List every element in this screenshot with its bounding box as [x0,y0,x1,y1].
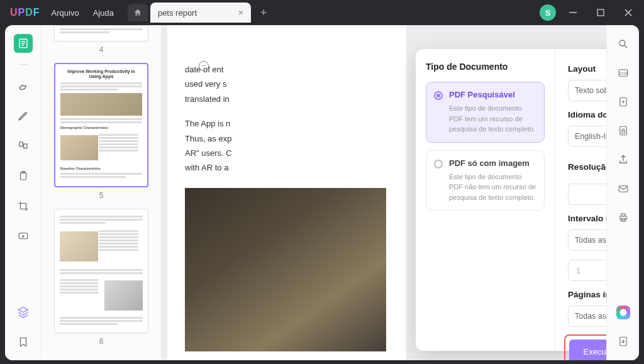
ai-assistant-icon[interactable] [616,305,631,320]
collapse-icon[interactable]: − [199,61,209,71]
compress-icon[interactable] [616,94,631,109]
doc-text: AR" users. C [185,146,389,160]
svg-rect-16 [619,216,626,220]
svg-point-9 [619,40,625,46]
export-icon[interactable] [616,334,631,349]
doc-image [185,188,386,351]
tab-label: pets report [158,8,197,18]
doc-text: translated in [185,92,389,106]
doc-text: The App is n [185,116,389,131]
app-logo: UPDF [10,7,40,18]
input-value: 1 [576,266,580,275]
slideshow-icon[interactable] [14,227,33,246]
radio-icon [434,160,443,168]
divider [19,64,28,65]
protect-icon[interactable] [616,123,631,138]
run-ocr-button[interactable]: Executar OCR [569,339,606,360]
ocr-panel: Tipo de Documento PDF Pesquisável Este t… [416,49,606,351]
doc-text: with AR to a [185,160,389,175]
doc-text: date of ent [185,62,389,77]
new-tab-button[interactable]: + [255,4,272,21]
reader-icon[interactable] [14,34,33,53]
page-thumbnail[interactable] [54,209,148,333]
doc-type-desc: Este tipo de documento PDF tem um recurs… [449,103,536,135]
doc-type-title: PDF Pesquisável [449,90,536,99]
doc-type-image-only[interactable]: PDF só com imagem Este tipo de documento… [426,150,545,211]
svg-rect-3 [19,142,23,146]
page-thumbnail[interactable] [54,25,148,41]
thumb-title: Improve Working Productivity In Using Ap… [60,69,142,80]
svg-rect-15 [619,186,628,192]
range-from-input[interactable]: 1 ▲▼ [568,260,606,281]
crop-icon[interactable] [14,197,33,216]
share-icon[interactable] [616,152,631,167]
layout-select[interactable]: Texto sobre a imagem da página ▾ [568,80,606,101]
radio-icon [434,91,443,100]
document-page: − date of ent used very s translated in … [167,25,406,360]
user-avatar[interactable]: S [540,4,556,21]
page-range-select[interactable]: Todas as páginas ▾ [568,229,606,251]
document-canvas[interactable]: − date of ent used very s translated in … [161,25,606,360]
doc-text: Thus, as exp [185,131,389,146]
window-minimize[interactable] [562,4,584,21]
highlight-annotation: Executar OCR Cancelar [564,334,606,360]
thumb-page-number: 4 [54,45,148,54]
menu-file[interactable]: Arquivo [52,8,79,18]
layout-label: Layout [568,64,606,74]
svg-rect-17 [621,214,625,216]
clipboard-icon[interactable] [14,167,33,185]
svg-text:OCR: OCR [619,72,628,75]
ocr-icon[interactable]: OCR [616,65,631,80]
select-value: English-Inglês,Portuguese-Português [575,132,606,141]
select-value: Todas as páginas no intervalo [575,312,606,321]
tab-close-icon[interactable]: × [238,8,243,18]
highlight-icon[interactable] [14,76,33,95]
select-value: Texto sobre a imagem da página [575,86,606,95]
ocr-settings-section: ? Layout Texto sobre a imagem da página … [555,49,606,351]
doc-type-title: PDF só com imagem [449,158,536,168]
search-icon[interactable] [616,36,631,52]
layers-icon[interactable] [14,302,33,321]
edit-text-icon[interactable] [14,106,33,125]
page-range-label: Intervalo de páginas [568,214,606,223]
menu-help[interactable]: Ajuda [93,8,114,18]
language-label: Idioma do documento [568,110,606,119]
svg-rect-14 [621,131,625,133]
thumb-page-number: 5 [54,191,148,200]
resolution-label: Resolução de Imagem [568,162,606,172]
print-icon[interactable] [616,210,631,225]
email-icon[interactable] [616,181,631,196]
titlebar: UPDF Arquivo Ajuda pets report × + S [0,0,644,25]
select-value: Todas as páginas [575,236,606,245]
tab-home[interactable] [128,4,148,21]
svg-rect-0 [569,12,577,13]
svg-rect-4 [23,144,26,148]
ocr-type-section: Tipo de Documento PDF Pesquisável Este t… [416,49,555,351]
left-tool-rail [5,25,42,360]
doc-type-desc: Este tipo de documento PDF não tem um re… [449,172,536,203]
page-thumbnail-selected[interactable]: Improve Working Productivity In Using Ap… [54,63,148,187]
doc-type-heading: Tipo de Documento [426,62,545,72]
odd-even-select[interactable]: Todas as páginas no intervalo ▾ [568,306,606,327]
right-tool-rail: OCR [606,25,639,360]
workspace: 4 Improve Working Productivity In Using … [5,25,639,360]
odd-even-label: Páginas ímpares ou páginas pares [568,290,606,299]
document-tab[interactable]: pets report × [150,3,251,23]
doc-type-searchable[interactable]: PDF Pesquisável Este tipo de documento P… [426,82,545,143]
organize-pages-icon[interactable] [14,136,33,155]
language-select[interactable]: English-Inglês,Portuguese-Português ▾ [568,126,606,147]
window-maximize[interactable] [590,4,611,21]
bookmark-icon[interactable] [14,333,33,351]
window-close[interactable] [618,4,639,21]
thumb-page-number: 6 [54,337,148,346]
doc-text: used very s [185,77,389,91]
home-icon [133,8,142,17]
detect-resolution-button[interactable]: Detectar Resolução Ótima [568,184,606,205]
thumbnail-panel: 4 Improve Working Productivity In Using … [42,25,161,360]
svg-rect-1 [597,9,604,16]
